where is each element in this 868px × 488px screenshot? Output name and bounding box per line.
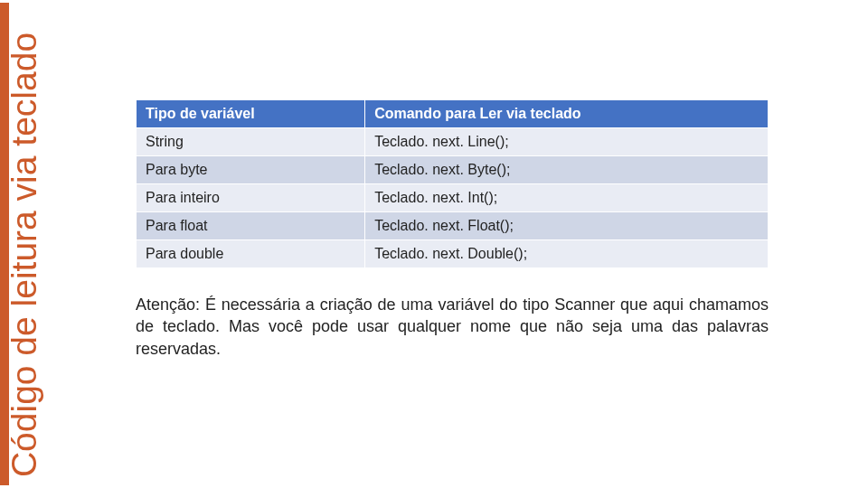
cell-cmd: Teclado. next. Double(); — [365, 240, 769, 268]
table-row: Para float Teclado. next. Float(); — [137, 212, 769, 240]
cell-type: String — [137, 128, 365, 156]
table-row: Para double Teclado. next. Double(); — [137, 240, 769, 268]
table-header-command: Comando para Ler via teclado — [365, 100, 769, 128]
cell-cmd: Teclado. next. Int(); — [365, 184, 769, 212]
page-title: Código de leitura via teclado — [5, 14, 44, 488]
cell-type: Para float — [137, 212, 365, 240]
table-row: String Teclado. next. Line(); — [137, 128, 769, 156]
attention-note: Atenção: É necessária a criação de uma v… — [136, 294, 769, 360]
table-row: Para byte Teclado. next. Byte(); — [137, 156, 769, 184]
keyboard-read-table: Tipo de variável Comando para Ler via te… — [136, 99, 769, 268]
content-area: Tipo de variável Comando para Ler via te… — [136, 99, 769, 376]
cell-type: Para double — [137, 240, 365, 268]
table-header-type: Tipo de variável — [137, 100, 365, 128]
cell-cmd: Teclado. next. Line(); — [365, 128, 769, 156]
cell-type: Para byte — [137, 156, 365, 184]
cell-cmd: Teclado. next. Float(); — [365, 212, 769, 240]
table-row: Para inteiro Teclado. next. Int(); — [137, 184, 769, 212]
cell-type: Para inteiro — [137, 184, 365, 212]
cell-cmd: Teclado. next. Byte(); — [365, 156, 769, 184]
